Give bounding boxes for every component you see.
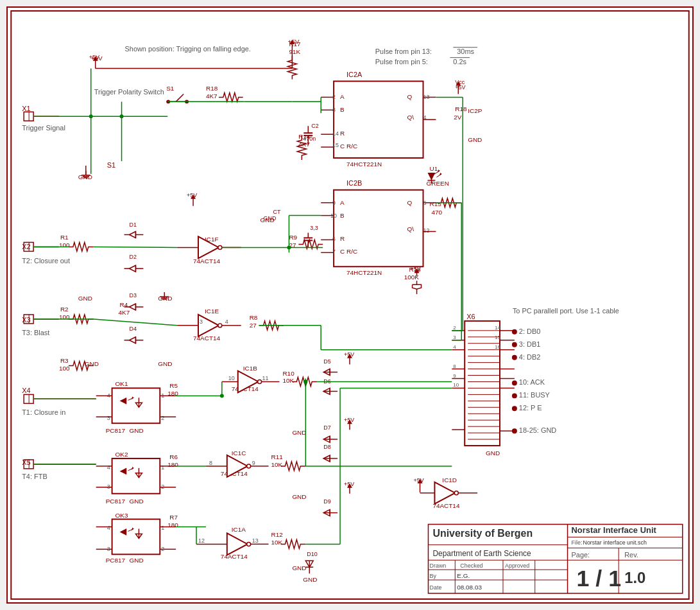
svg-point-24	[512, 406, 517, 411]
svg-text:D9: D9	[323, 498, 330, 505]
svg-text:S1: S1	[166, 85, 175, 92]
svg-text:C  R/C: C R/C	[340, 143, 357, 150]
svg-text:Page:: Page:	[572, 551, 590, 559]
svg-text:GND: GND	[78, 295, 92, 302]
svg-text:3: 3	[453, 335, 456, 340]
svg-text:3,3: 3,3	[310, 225, 318, 231]
svg-text:R9: R9	[289, 234, 297, 241]
svg-text:File:: File:	[572, 539, 583, 546]
svg-text:GND: GND	[129, 498, 143, 505]
svg-text:2: DB0: 2: DB0	[519, 327, 540, 335]
svg-text:GND: GND	[303, 576, 317, 583]
svg-point-20	[512, 342, 517, 347]
svg-text:A: A	[340, 199, 345, 206]
svg-text:13: 13	[252, 537, 259, 544]
svg-text:A: A	[340, 93, 345, 100]
svg-text:GND: GND	[468, 136, 482, 143]
svg-text:Drawn: Drawn	[429, 562, 446, 569]
svg-text:100: 100	[59, 365, 70, 372]
svg-text:4K7: 4K7	[206, 92, 218, 100]
svg-point-154	[218, 324, 222, 327]
svg-text:10: ACK: 10: ACK	[519, 378, 545, 386]
svg-text:PC817: PC817	[106, 557, 126, 564]
svg-text:IC2B: IC2B	[346, 179, 362, 187]
svg-text:T4: FTB: T4: FTB	[22, 473, 47, 480]
svg-text:12: P E: 12: P E	[519, 404, 542, 412]
svg-text:Department of Earth Science: Department of Earth Science	[432, 549, 531, 558]
svg-point-420	[303, 379, 307, 383]
svg-text:10K: 10K	[271, 539, 283, 546]
svg-text:74HCT221N: 74HCT221N	[346, 161, 382, 168]
svg-text:Shown position: Trigging on fa: Shown position: Trigging on falling edge…	[125, 45, 251, 53]
svg-text:11: 11	[262, 375, 269, 381]
svg-point-148	[218, 245, 222, 249]
svg-text:91K: 91K	[289, 48, 300, 55]
svg-point-164	[258, 379, 262, 383]
svg-text:Trigger Signal: Trigger Signal	[22, 124, 65, 132]
svg-text:GND: GND	[292, 564, 306, 571]
svg-text:R4: R4	[120, 301, 128, 308]
svg-text:OK3: OK3	[115, 512, 128, 519]
svg-text:7: 7	[332, 248, 336, 255]
svg-text:R1: R1	[60, 234, 69, 241]
svg-text:3: 3	[107, 415, 110, 421]
svg-text:8: 8	[209, 460, 212, 466]
svg-text:Norstar interface unit.sch: Norstar interface unit.sch	[583, 539, 647, 546]
svg-text:GND: GND	[264, 215, 277, 222]
svg-text:Trigger Polarity Switch: Trigger Polarity Switch	[94, 88, 164, 96]
svg-text:Q: Q	[407, 93, 413, 100]
svg-point-21	[512, 355, 517, 360]
svg-point-399	[89, 114, 93, 118]
svg-point-440	[287, 245, 291, 249]
svg-text:18-25: GND: 18-25: GND	[519, 426, 556, 434]
svg-text:D2: D2	[129, 254, 136, 260]
svg-text:27: 27	[250, 322, 257, 329]
svg-text:B: B	[340, 212, 345, 219]
svg-text:Approved: Approved	[505, 562, 529, 569]
svg-text:Rev.: Rev.	[624, 551, 638, 559]
svg-text:R18: R18	[206, 85, 218, 92]
svg-text:R10: R10	[282, 370, 295, 377]
svg-text:Pulse from pin 13:: Pulse from pin 13:	[375, 48, 432, 55]
svg-text:Q\: Q\	[407, 114, 414, 121]
svg-text:D10: D10	[307, 551, 317, 557]
svg-point-22	[512, 380, 517, 385]
svg-text:4: 4	[107, 525, 110, 531]
svg-text:0.2s: 0.2s	[453, 58, 466, 65]
svg-text:3: 3	[200, 318, 203, 325]
svg-text:74ACT14: 74ACT14	[193, 257, 220, 265]
svg-text:GND: GND	[129, 427, 143, 434]
svg-text:T3: Blast: T3: Blast	[22, 329, 49, 336]
svg-text:IC2P: IC2P	[468, 107, 482, 114]
svg-text:R: R	[340, 235, 345, 242]
svg-text:3: DB1: 3: DB1	[519, 340, 540, 348]
svg-text:9: 9	[252, 460, 255, 466]
svg-text:R14: R14	[298, 133, 311, 140]
svg-text:10K: 10K	[271, 461, 283, 468]
svg-text:Checked: Checked	[460, 562, 482, 569]
svg-text:2: 2	[453, 325, 456, 331]
svg-text:Date: Date	[429, 584, 441, 591]
svg-text:Norstar Interface Unit: Norstar Interface Unit	[572, 525, 657, 535]
svg-text:4: 4	[453, 344, 456, 350]
svg-text:R6: R6	[169, 453, 178, 460]
svg-text:R12: R12	[271, 531, 284, 538]
svg-text:X4: X4	[22, 387, 30, 394]
svg-text:30ms: 30ms	[457, 48, 474, 55]
svg-text:180: 180	[167, 461, 178, 468]
svg-text:6: 6	[332, 236, 336, 242]
svg-point-194	[454, 491, 458, 495]
svg-point-406	[120, 114, 124, 118]
svg-point-428	[220, 394, 224, 397]
svg-text:C  R/C: C R/C	[340, 248, 357, 255]
svg-text:74HCT221N: 74HCT221N	[346, 269, 382, 276]
svg-text:E.G.: E.G.	[457, 572, 470, 579]
svg-text:R5: R5	[169, 382, 178, 389]
svg-rect-243	[112, 388, 160, 423]
svg-text:IC2A: IC2A	[346, 71, 363, 78]
svg-text:PC817: PC817	[106, 427, 126, 434]
svg-text:GND: GND	[129, 557, 143, 564]
svg-text:4K7: 4K7	[119, 309, 130, 316]
svg-text:1.0: 1.0	[624, 569, 645, 586]
svg-text:U1: U1	[429, 165, 438, 172]
